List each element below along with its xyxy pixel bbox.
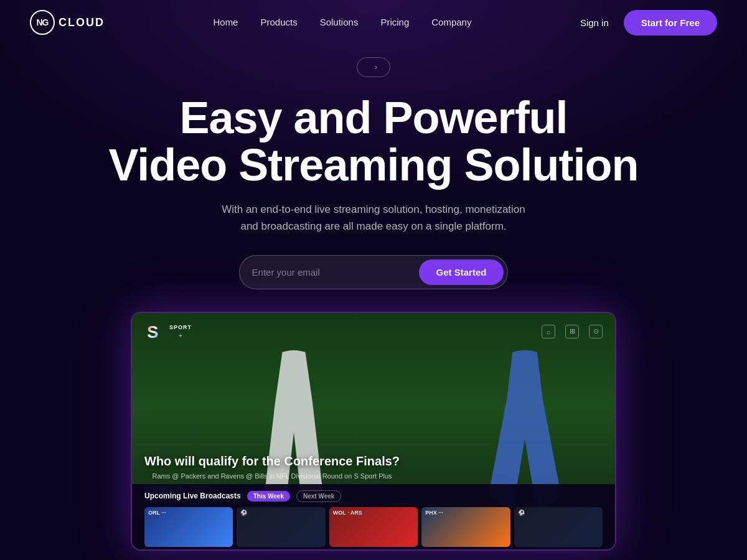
- announcement-pill[interactable]: ›: [357, 57, 390, 77]
- headline-line-2: Video Streaming Solution: [109, 140, 639, 190]
- sport-s-logo: S: [144, 320, 167, 343]
- upcoming-card-phx[interactable]: PHX ···: [421, 507, 510, 547]
- upcoming-card-soccer2[interactable]: ⚽: [514, 507, 603, 547]
- match-subtitle: Rams @ Packers and Ravens @ Bills in NFL…: [144, 472, 400, 480]
- card-label-soccer1: ⚽: [240, 510, 247, 516]
- nav-company[interactable]: Company: [431, 17, 471, 27]
- hero-subtitle: With an end-to-end live streaming soluti…: [212, 201, 535, 235]
- chevron-right-icon: ›: [375, 63, 377, 72]
- upcoming-card-orl[interactable]: ORL ···: [144, 507, 233, 547]
- sport-plus: +: [169, 332, 192, 339]
- this-week-tab[interactable]: This Week: [247, 491, 290, 502]
- user-icon[interactable]: ⊙: [589, 325, 603, 338]
- match-title: Who will qualify for the Conference Fina…: [144, 454, 400, 469]
- start-free-button[interactable]: Start for Free: [624, 10, 717, 35]
- preview-container: S SPORT + ⌕ ⊞ ⊙: [131, 312, 616, 551]
- card-label-phx: PHX ···: [425, 510, 443, 516]
- nav-solutions[interactable]: Solutions: [320, 17, 359, 27]
- sport-name-label: SPORT +: [169, 324, 192, 339]
- upcoming-section: Upcoming Live Broadcasts This Week Next …: [132, 484, 615, 549]
- sport-logo: S SPORT +: [144, 320, 192, 343]
- upcoming-label: Upcoming Live Broadcasts: [144, 492, 241, 500]
- headline-line-1: Easy and Powerful: [179, 93, 567, 142]
- hero-headline: Easy and Powerful Video Streaming Soluti…: [0, 95, 747, 189]
- sign-in-button[interactable]: Sign in: [580, 17, 609, 28]
- upcoming-card-wol[interactable]: WOL · ARS: [329, 507, 418, 547]
- next-week-tab[interactable]: Next Week: [296, 490, 341, 502]
- nav-right: Sign in Start for Free: [580, 10, 717, 35]
- preview-window: S SPORT + ⌕ ⊞ ⊙: [132, 313, 615, 549]
- email-form: Get Started: [239, 255, 509, 289]
- card-label-orl: ORL ···: [148, 510, 166, 516]
- nav-home[interactable]: Home: [213, 17, 238, 27]
- upcoming-header: Upcoming Live Broadcasts This Week Next …: [144, 490, 603, 502]
- email-input[interactable]: [252, 262, 414, 282]
- nav-products[interactable]: Products: [260, 17, 297, 27]
- sport-header: S SPORT + ⌕ ⊞ ⊙: [132, 313, 615, 350]
- nav-pricing[interactable]: Pricing: [380, 17, 409, 27]
- get-started-button[interactable]: Get Started: [419, 259, 504, 285]
- upcoming-cards: ORL ··· ⚽ WOL · ARS PHX ··· ⚽: [144, 507, 603, 547]
- svg-text:S: S: [147, 322, 159, 342]
- grid-icon[interactable]: ⊞: [565, 325, 579, 338]
- nav-links: Home Products Solutions Pricing Company: [213, 17, 471, 28]
- card-label-wol: WOL · ARS: [333, 510, 362, 516]
- navbar: NG CLOUD Home Products Solutions Pricing…: [0, 0, 747, 45]
- logo-icon: NG: [30, 10, 55, 35]
- sport-header-icons: ⌕ ⊞ ⊙: [542, 325, 603, 338]
- hero-section: › Easy and Powerful Video Streaming Solu…: [0, 45, 747, 551]
- logo[interactable]: NG CLOUD: [30, 10, 105, 35]
- brand-name: CLOUD: [59, 16, 105, 29]
- upcoming-card-soccer1[interactable]: ⚽: [237, 507, 325, 547]
- card-label-soccer2: ⚽: [518, 510, 525, 516]
- search-icon[interactable]: ⌕: [542, 325, 555, 338]
